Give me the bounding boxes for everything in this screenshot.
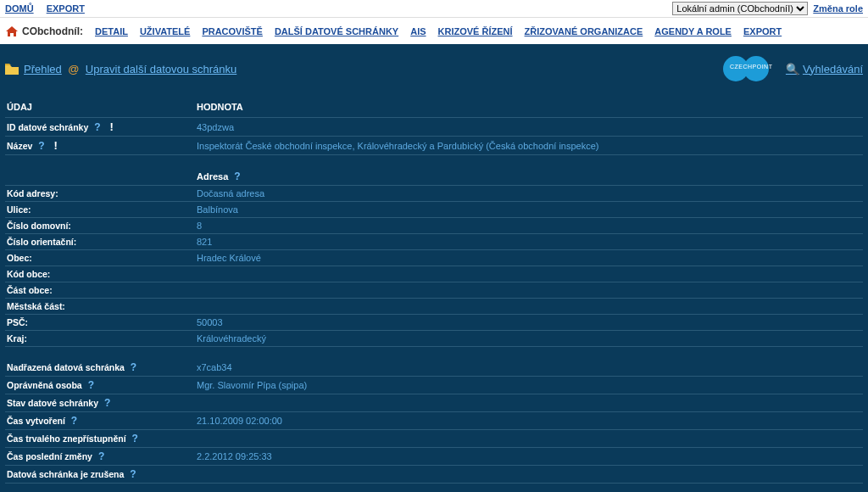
nav-detail[interactable]: DETAIL <box>95 26 128 36</box>
district-label: Městská část: <box>5 299 195 315</box>
header-label: ÚDAJ <box>5 97 195 118</box>
citypart-value <box>195 282 863 299</box>
nav-ais[interactable]: AIS <box>410 26 426 36</box>
section-address: Adresa ? <box>5 155 863 186</box>
citypart-label: Část obce: <box>5 282 195 299</box>
home-link[interactable]: DOMŮ <box>5 3 34 14</box>
topbar-right: Lokální admin (CObchodníI) Změna role <box>672 2 863 15</box>
auth-value: Mgr. Slavomír Pípa (spipa) <box>195 376 863 394</box>
help-icon[interactable]: ? <box>88 379 94 391</box>
houseno-label: Číslo domovní: <box>5 218 195 234</box>
role-select[interactable]: Lokální admin (CObchodníI) <box>672 2 808 15</box>
address-label: Adresa <box>197 171 228 182</box>
search-link[interactable]: 🔍 Vyhledávání <box>786 63 863 75</box>
actionbar-left: Přehled @ Upravit další datovou schránku <box>5 63 236 75</box>
search-icon: 🔍 <box>786 63 799 75</box>
export-link[interactable]: EXPORT <box>47 3 85 14</box>
help-icon[interactable]: ? <box>94 121 100 133</box>
help-icon[interactable]: ? <box>38 140 44 152</box>
status-value <box>195 394 863 411</box>
topbar-left: DOMŮ EXPORT <box>5 3 95 14</box>
help-icon[interactable]: ? <box>130 468 136 480</box>
spacer <box>5 347 863 359</box>
cancelled-value <box>195 465 863 483</box>
main: Přehled @ Upravit další datovou schránku… <box>0 44 868 492</box>
nav-export[interactable]: EXPORT <box>743 26 782 36</box>
badge-text: CZECHPOINT <box>730 64 773 70</box>
citycode-label: Kód obce: <box>5 266 195 282</box>
name-label: Název <box>7 141 32 151</box>
snail-icon: @ <box>67 64 81 75</box>
perm-unavail-value <box>195 429 863 447</box>
street-label: Ulice: <box>5 202 195 218</box>
auth-label: Oprávněná osoba <box>7 380 82 390</box>
overview-link[interactable]: Přehled <box>24 63 62 75</box>
nav-organizace[interactable]: ZŘIZOVANÉ ORGANIZACE <box>525 26 643 36</box>
help-icon[interactable]: ? <box>104 397 110 409</box>
search-label: Vyhledávání <box>803 63 863 75</box>
nav-krizove[interactable]: KRIZOVÉ ŘÍZENÍ <box>438 26 513 36</box>
city-value: Hradec Králové <box>195 250 863 266</box>
help-icon[interactable]: ? <box>234 171 240 182</box>
change-role-link[interactable]: Změna role <box>813 3 863 14</box>
help-icon[interactable]: ? <box>71 415 77 427</box>
warning-icon: ! <box>54 139 58 152</box>
table-row: Ulice: Balbínova <box>5 202 863 218</box>
table-row: Čas vytvoření ? 21.10.2009 02:00:00 <box>5 411 863 429</box>
table-row: Část obce: <box>5 282 863 299</box>
actionbar: Přehled @ Upravit další datovou schránku… <box>5 56 863 81</box>
table-row: Čas poslední změny ? 2.2.2012 09:25:33 <box>5 447 863 465</box>
table-row: Stav datové schránky ? <box>5 394 863 411</box>
org-name: CObchodníI: <box>22 25 83 37</box>
created-value: 21.10.2009 02:00:00 <box>195 411 863 429</box>
status-label: Stav datové schránky <box>7 398 98 408</box>
name-value: Inspektorát České obchodní inspekce, Krá… <box>195 137 863 155</box>
street-value: Balbínova <box>195 202 863 218</box>
table-row: Číslo orientační: 821 <box>5 234 863 250</box>
detail-table: ÚDAJ HODNOTA ID datové schránky ? ! 43pd… <box>5 97 863 484</box>
warning-icon: ! <box>109 120 113 133</box>
table-row: Název ? ! Inspektorát České obchodní ins… <box>5 137 863 155</box>
addr-code-label: Kód adresy: <box>5 186 195 202</box>
table-row: Kraj: Královéhradecký <box>5 331 863 347</box>
perm-unavail-label: Čas trvalého znepřístupnění <box>7 433 126 444</box>
help-icon[interactable]: ? <box>132 433 138 444</box>
help-icon[interactable]: ? <box>131 361 136 373</box>
addr-code-value: Dočasná adresa <box>195 186 863 202</box>
actionbar-right: CZECHPOINT 🔍 Vyhledávání <box>718 56 863 81</box>
table-row: Datová schránka je zrušena ? <box>5 465 863 483</box>
table-row: Nadřazená datová schránka ? x7cab34 <box>5 359 863 377</box>
citycode-value <box>195 266 863 282</box>
edit-link[interactable]: Upravit další datovou schránku <box>86 63 236 75</box>
region-label: Kraj: <box>5 331 195 347</box>
table-row: Oprávněná osoba ? Mgr. Slavomír Pípa (sp… <box>5 376 863 394</box>
nav-pracoviste[interactable]: PRACOVIŠTĚ <box>202 26 263 36</box>
table-row: Kód adresy: Dočasná adresa <box>5 186 863 202</box>
topbar: DOMŮ EXPORT Lokální admin (CObchodníI) Z… <box>0 0 868 17</box>
houseno-value: 8 <box>195 218 863 234</box>
cancelled-label: Datová schránka je zrušena <box>7 469 124 479</box>
table-row: Městská část: <box>5 299 863 315</box>
table-row: ID datové schránky ? ! 43pdzwa <box>5 118 863 137</box>
region-value: Královéhradecký <box>195 331 863 347</box>
lastchange-value: 2.2.2012 09:25:33 <box>195 447 863 465</box>
nav-uzivatele[interactable]: UŽIVATELÉ <box>140 26 190 36</box>
zip-label: PSČ: <box>5 315 195 331</box>
parent-label: Nadřazená datová schránka <box>7 362 125 372</box>
table-header-row: ÚDAJ HODNOTA <box>5 97 863 118</box>
nav-agendy[interactable]: AGENDY A ROLE <box>654 26 732 36</box>
orientno-value: 821 <box>195 234 863 250</box>
house-icon <box>5 25 19 37</box>
folder-icon <box>5 64 19 75</box>
table-row: Obec: Hradec Králové <box>5 250 863 266</box>
table-row: Číslo domovní: 8 <box>5 218 863 234</box>
parent-value: x7cab34 <box>195 359 863 377</box>
district-value <box>195 299 863 315</box>
table-row: PSČ: 50003 <box>5 315 863 331</box>
org-logo: CObchodníI: <box>5 25 83 37</box>
nav-datove-schranky[interactable]: DALŠÍ DATOVÉ SCHRÁNKY <box>275 26 398 36</box>
table-row: Kód obce: <box>5 266 863 282</box>
orientno-label: Číslo orientační: <box>5 234 195 250</box>
help-icon[interactable]: ? <box>98 450 104 462</box>
navbar: CObchodníI: DETAIL UŽIVATELÉ PRACOVIŠTĚ … <box>0 17 868 44</box>
